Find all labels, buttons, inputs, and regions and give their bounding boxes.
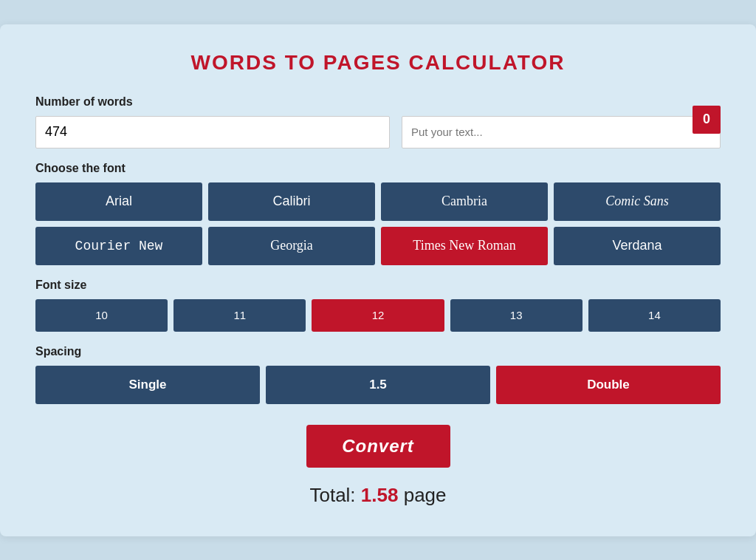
word-count-input[interactable] <box>35 116 390 148</box>
font-verdana[interactable]: Verdana <box>554 227 721 265</box>
word-count-badge: 0 <box>693 106 721 134</box>
text-input-wrapper: 0 <box>402 116 721 148</box>
spacing-label: Spacing <box>35 345 721 358</box>
convert-button[interactable]: Convert <box>306 425 450 468</box>
word-count-label: Number of words <box>35 95 721 109</box>
font-calibri[interactable]: Calibri <box>208 182 375 221</box>
font-courier-new[interactable]: Courier New <box>35 227 202 265</box>
font-label: Choose the font <box>35 162 721 175</box>
spacing-double[interactable]: Double <box>496 366 721 404</box>
font-size-label: Font size <box>35 279 721 292</box>
page-title: WORDS TO PAGES CALCULATOR <box>35 51 721 75</box>
spacing-single[interactable]: Single <box>35 366 260 404</box>
font-times-new-roman[interactable]: Times New Roman <box>381 227 548 265</box>
size-13[interactable]: 13 <box>450 299 583 332</box>
size-10[interactable]: 10 <box>35 299 168 332</box>
font-cambria[interactable]: Cambria <box>381 182 548 221</box>
font-georgia[interactable]: Georgia <box>208 227 375 265</box>
font-arial[interactable]: Arial <box>35 182 202 221</box>
total-value: 1.58 <box>361 484 399 506</box>
total-label: Total: <box>309 484 355 506</box>
calculator-container: WORDS TO PAGES CALCULATOR Number of word… <box>0 24 756 536</box>
word-count-row: 0 <box>35 116 721 148</box>
size-11[interactable]: 11 <box>173 299 306 332</box>
font-comic-sans[interactable]: Comic Sans <box>554 182 721 221</box>
size-14[interactable]: 14 <box>588 299 721 332</box>
text-input[interactable] <box>402 116 721 148</box>
font-grid: Arial Calibri Cambria Comic Sans Courier… <box>35 182 721 265</box>
size-12[interactable]: 12 <box>312 299 444 332</box>
size-grid: 10 11 12 13 14 <box>35 299 721 332</box>
spacing-grid: Single 1.5 Double <box>35 366 721 404</box>
total-result: Total: 1.58 page <box>35 484 721 507</box>
spacing-1-5[interactable]: 1.5 <box>266 366 490 404</box>
total-unit: page <box>404 484 447 506</box>
